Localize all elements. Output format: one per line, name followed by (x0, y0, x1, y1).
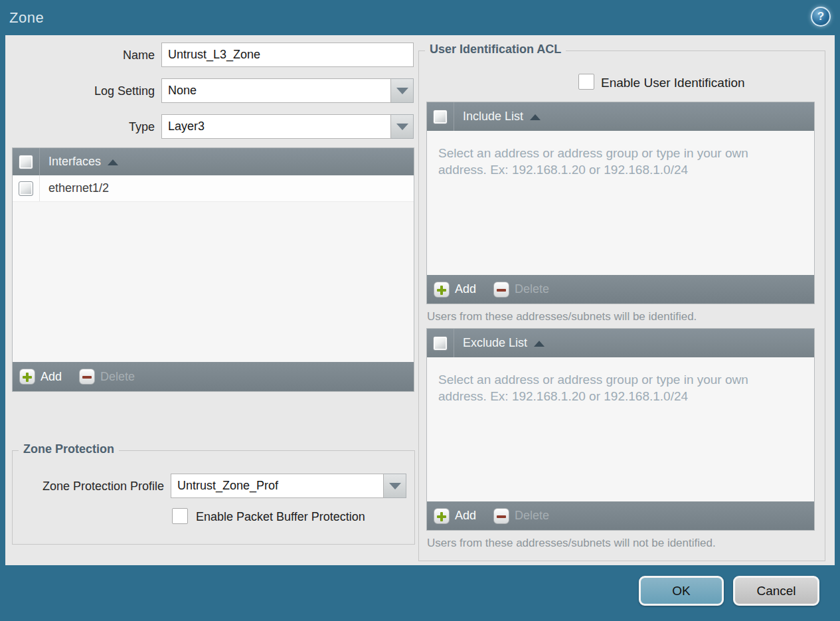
table-row[interactable]: ethernet1/2 (13, 175, 414, 202)
exclude-header-checkbox-cell (427, 329, 454, 357)
log-setting-label: Log Setting (5, 84, 155, 98)
log-setting-dropdown-button[interactable] (391, 78, 414, 103)
interfaces-table-header: Interfaces (13, 148, 414, 175)
interfaces-header-label: Interfaces (48, 155, 101, 169)
sort-asc-icon[interactable] (530, 114, 541, 120)
sort-asc-icon[interactable] (108, 159, 118, 165)
add-button-label: Add (41, 370, 62, 384)
add-plus-icon (19, 369, 35, 385)
dialog-body: Name Log Setting Type Interfaces (5, 35, 835, 565)
delete-button-label: Delete (515, 282, 549, 296)
dialog-title: Zone (9, 9, 44, 27)
chevron-down-icon (396, 124, 408, 130)
zone-protection-profile-input[interactable] (171, 474, 384, 498)
enable-user-identification-label: Enable User Identification (601, 76, 745, 90)
zone-protection-profile-label: Zone Protection Profile (15, 480, 164, 493)
delete-button-label: Delete (515, 509, 549, 523)
interfaces-table: Interfaces ethernet1/2 Add Delete (12, 147, 414, 392)
exclude-delete-button[interactable]: Delete (493, 508, 549, 524)
name-input[interactable] (161, 43, 414, 67)
enable-user-identification-checkbox[interactable] (578, 74, 594, 90)
help-glyph: ? (817, 10, 824, 23)
include-select-all-checkbox[interactable] (433, 110, 448, 124)
name-label: Name (5, 48, 155, 62)
enable-packet-buffer-protection-checkbox[interactable] (172, 508, 188, 524)
exclude-select-all-checkbox[interactable] (433, 336, 448, 351)
chevron-down-icon (396, 88, 408, 94)
add-button-label: Add (455, 282, 476, 296)
interface-name: ethernet1/2 (48, 181, 109, 195)
zone-protection-legend: Zone Protection (19, 442, 119, 456)
interfaces-table-footer: Add Delete (13, 362, 414, 391)
exclude-list-header: Exclude List (427, 329, 814, 357)
add-plus-icon (434, 282, 450, 298)
type-dropdown-button[interactable] (391, 114, 414, 139)
interfaces-delete-button[interactable]: Delete (79, 369, 135, 385)
enable-packet-buffer-protection-label: Enable Packet Buffer Protection (196, 510, 365, 524)
zone-protection-profile-dropdown-button[interactable] (384, 474, 406, 498)
exclude-list-footer: Add Delete (427, 501, 814, 530)
delete-minus-icon (493, 282, 509, 298)
include-list-table: Include List Select an address or addres… (426, 102, 815, 304)
include-list-header-label: Include List (463, 110, 523, 124)
exclude-list-placeholder: Select an address or address group or ty… (427, 357, 814, 404)
delete-minus-icon (79, 369, 95, 385)
include-list-note: Users from these addresses/subnets will … (427, 310, 697, 323)
help-icon[interactable]: ? (811, 7, 831, 27)
ok-button[interactable]: OK (639, 576, 724, 606)
include-list-placeholder: Select an address or address group or ty… (427, 131, 814, 178)
zone-dialog-window: Zone ? Name Log Setting Type Interfaces (0, 0, 840, 621)
row-checkbox-cell (13, 175, 40, 201)
user-identification-legend: User Identification ACL (425, 43, 566, 56)
include-list-header: Include List (427, 102, 814, 131)
exclude-list-header-label: Exclude List (463, 336, 527, 350)
delete-button-label: Delete (100, 370, 135, 384)
interfaces-select-all-checkbox[interactable] (19, 155, 33, 169)
type-input[interactable] (161, 114, 391, 139)
add-button-label: Add (455, 509, 476, 523)
include-delete-button[interactable]: Delete (493, 282, 549, 298)
exclude-list-note: Users from these addresses/subnets will … (427, 537, 716, 550)
cancel-button[interactable]: Cancel (733, 576, 819, 606)
row-checkbox[interactable] (19, 181, 33, 196)
delete-minus-icon (493, 508, 509, 524)
log-setting-input[interactable] (161, 78, 391, 103)
include-header-checkbox-cell (427, 102, 454, 131)
chevron-down-icon (389, 483, 401, 489)
add-plus-icon (434, 508, 450, 524)
interfaces-add-button[interactable]: Add (19, 369, 62, 385)
include-add-button[interactable]: Add (434, 282, 476, 298)
dialog-titlebar: Zone ? (0, 0, 840, 35)
type-label: Type (5, 120, 155, 134)
interfaces-header-checkbox-cell (13, 148, 40, 175)
exclude-add-button[interactable]: Add (434, 508, 476, 524)
exclude-list-table: Exclude List Select an address or addres… (426, 328, 815, 531)
sort-asc-icon[interactable] (534, 341, 545, 347)
include-list-footer: Add Delete (427, 275, 814, 304)
